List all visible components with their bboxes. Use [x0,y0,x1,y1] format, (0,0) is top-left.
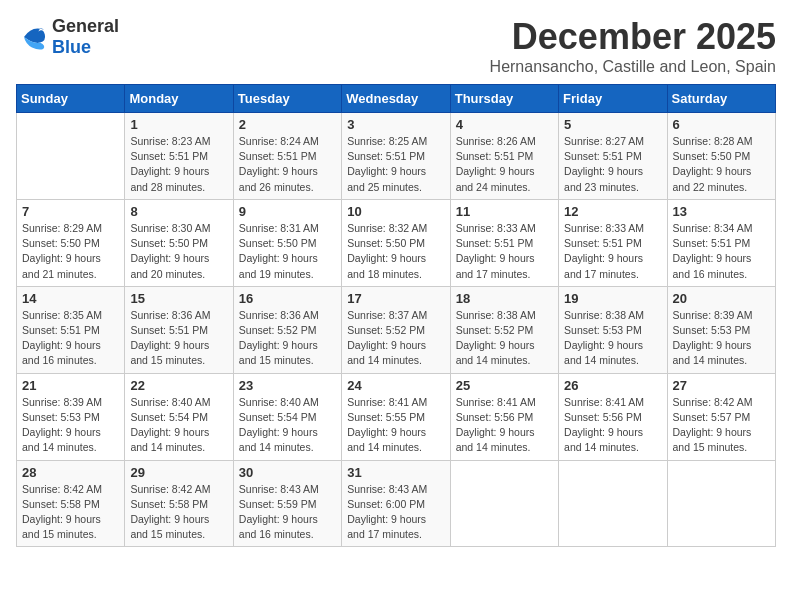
day-info: Sunrise: 8:43 AMSunset: 5:59 PMDaylight:… [239,482,336,543]
day-info: Sunrise: 8:41 AMSunset: 5:56 PMDaylight:… [456,395,553,456]
day-cell: 30Sunrise: 8:43 AMSunset: 5:59 PMDayligh… [233,460,341,547]
day-cell: 6Sunrise: 8:28 AMSunset: 5:50 PMDaylight… [667,113,775,200]
day-cell: 12Sunrise: 8:33 AMSunset: 5:51 PMDayligh… [559,199,667,286]
day-number: 19 [564,291,661,306]
day-number: 18 [456,291,553,306]
day-info: Sunrise: 8:41 AMSunset: 5:56 PMDaylight:… [564,395,661,456]
day-number: 26 [564,378,661,393]
day-cell: 19Sunrise: 8:38 AMSunset: 5:53 PMDayligh… [559,286,667,373]
day-number: 30 [239,465,336,480]
day-cell: 25Sunrise: 8:41 AMSunset: 5:56 PMDayligh… [450,373,558,460]
day-cell: 13Sunrise: 8:34 AMSunset: 5:51 PMDayligh… [667,199,775,286]
day-number: 11 [456,204,553,219]
day-info: Sunrise: 8:33 AMSunset: 5:51 PMDaylight:… [564,221,661,282]
day-info: Sunrise: 8:27 AMSunset: 5:51 PMDaylight:… [564,134,661,195]
day-cell [17,113,125,200]
day-info: Sunrise: 8:41 AMSunset: 5:55 PMDaylight:… [347,395,444,456]
calendar-header: SundayMondayTuesdayWednesdayThursdayFrid… [17,85,776,113]
header-cell-saturday: Saturday [667,85,775,113]
day-info: Sunrise: 8:31 AMSunset: 5:50 PMDaylight:… [239,221,336,282]
day-number: 8 [130,204,227,219]
week-row-1: 7Sunrise: 8:29 AMSunset: 5:50 PMDaylight… [17,199,776,286]
day-cell: 28Sunrise: 8:42 AMSunset: 5:58 PMDayligh… [17,460,125,547]
day-info: Sunrise: 8:35 AMSunset: 5:51 PMDaylight:… [22,308,119,369]
day-number: 23 [239,378,336,393]
day-number: 7 [22,204,119,219]
day-info: Sunrise: 8:24 AMSunset: 5:51 PMDaylight:… [239,134,336,195]
day-cell: 1Sunrise: 8:23 AMSunset: 5:51 PMDaylight… [125,113,233,200]
header-cell-sunday: Sunday [17,85,125,113]
location-title: Hernansancho, Castille and Leon, Spain [490,58,776,76]
day-info: Sunrise: 8:38 AMSunset: 5:52 PMDaylight:… [456,308,553,369]
day-number: 25 [456,378,553,393]
week-row-3: 21Sunrise: 8:39 AMSunset: 5:53 PMDayligh… [17,373,776,460]
day-number: 29 [130,465,227,480]
day-number: 15 [130,291,227,306]
day-info: Sunrise: 8:28 AMSunset: 5:50 PMDaylight:… [673,134,770,195]
day-info: Sunrise: 8:25 AMSunset: 5:51 PMDaylight:… [347,134,444,195]
day-cell: 7Sunrise: 8:29 AMSunset: 5:50 PMDaylight… [17,199,125,286]
day-info: Sunrise: 8:42 AMSunset: 5:57 PMDaylight:… [673,395,770,456]
day-number: 16 [239,291,336,306]
logo-icon [16,23,48,51]
day-cell: 26Sunrise: 8:41 AMSunset: 5:56 PMDayligh… [559,373,667,460]
day-cell [450,460,558,547]
day-number: 13 [673,204,770,219]
day-info: Sunrise: 8:42 AMSunset: 5:58 PMDaylight:… [130,482,227,543]
header-row: SundayMondayTuesdayWednesdayThursdayFrid… [17,85,776,113]
day-info: Sunrise: 8:39 AMSunset: 5:53 PMDaylight:… [22,395,119,456]
day-info: Sunrise: 8:43 AMSunset: 6:00 PMDaylight:… [347,482,444,543]
day-info: Sunrise: 8:29 AMSunset: 5:50 PMDaylight:… [22,221,119,282]
header-cell-friday: Friday [559,85,667,113]
day-cell: 3Sunrise: 8:25 AMSunset: 5:51 PMDaylight… [342,113,450,200]
day-cell: 8Sunrise: 8:30 AMSunset: 5:50 PMDaylight… [125,199,233,286]
day-cell: 21Sunrise: 8:39 AMSunset: 5:53 PMDayligh… [17,373,125,460]
day-cell: 31Sunrise: 8:43 AMSunset: 6:00 PMDayligh… [342,460,450,547]
logo-text: General Blue [52,16,119,58]
day-number: 20 [673,291,770,306]
day-number: 3 [347,117,444,132]
day-number: 10 [347,204,444,219]
day-info: Sunrise: 8:36 AMSunset: 5:52 PMDaylight:… [239,308,336,369]
calendar-table: SundayMondayTuesdayWednesdayThursdayFrid… [16,84,776,547]
day-info: Sunrise: 8:40 AMSunset: 5:54 PMDaylight:… [130,395,227,456]
day-number: 12 [564,204,661,219]
day-cell: 10Sunrise: 8:32 AMSunset: 5:50 PMDayligh… [342,199,450,286]
day-number: 6 [673,117,770,132]
day-info: Sunrise: 8:42 AMSunset: 5:58 PMDaylight:… [22,482,119,543]
day-info: Sunrise: 8:30 AMSunset: 5:50 PMDaylight:… [130,221,227,282]
day-info: Sunrise: 8:38 AMSunset: 5:53 PMDaylight:… [564,308,661,369]
day-cell: 9Sunrise: 8:31 AMSunset: 5:50 PMDaylight… [233,199,341,286]
month-title: December 2025 [490,16,776,58]
logo-blue: Blue [52,37,91,57]
day-info: Sunrise: 8:26 AMSunset: 5:51 PMDaylight:… [456,134,553,195]
day-number: 17 [347,291,444,306]
header-cell-thursday: Thursday [450,85,558,113]
header-cell-wednesday: Wednesday [342,85,450,113]
day-cell: 20Sunrise: 8:39 AMSunset: 5:53 PMDayligh… [667,286,775,373]
day-number: 31 [347,465,444,480]
day-cell: 16Sunrise: 8:36 AMSunset: 5:52 PMDayligh… [233,286,341,373]
day-info: Sunrise: 8:23 AMSunset: 5:51 PMDaylight:… [130,134,227,195]
day-cell: 14Sunrise: 8:35 AMSunset: 5:51 PMDayligh… [17,286,125,373]
day-number: 28 [22,465,119,480]
day-number: 4 [456,117,553,132]
day-cell: 17Sunrise: 8:37 AMSunset: 5:52 PMDayligh… [342,286,450,373]
day-cell: 11Sunrise: 8:33 AMSunset: 5:51 PMDayligh… [450,199,558,286]
day-cell: 22Sunrise: 8:40 AMSunset: 5:54 PMDayligh… [125,373,233,460]
day-cell: 4Sunrise: 8:26 AMSunset: 5:51 PMDaylight… [450,113,558,200]
day-cell: 18Sunrise: 8:38 AMSunset: 5:52 PMDayligh… [450,286,558,373]
week-row-0: 1Sunrise: 8:23 AMSunset: 5:51 PMDaylight… [17,113,776,200]
day-cell: 23Sunrise: 8:40 AMSunset: 5:54 PMDayligh… [233,373,341,460]
day-cell: 15Sunrise: 8:36 AMSunset: 5:51 PMDayligh… [125,286,233,373]
day-info: Sunrise: 8:39 AMSunset: 5:53 PMDaylight:… [673,308,770,369]
day-number: 21 [22,378,119,393]
day-number: 9 [239,204,336,219]
day-cell: 29Sunrise: 8:42 AMSunset: 5:58 PMDayligh… [125,460,233,547]
day-info: Sunrise: 8:36 AMSunset: 5:51 PMDaylight:… [130,308,227,369]
logo: General Blue [16,16,119,58]
day-info: Sunrise: 8:33 AMSunset: 5:51 PMDaylight:… [456,221,553,282]
day-info: Sunrise: 8:40 AMSunset: 5:54 PMDaylight:… [239,395,336,456]
day-cell: 24Sunrise: 8:41 AMSunset: 5:55 PMDayligh… [342,373,450,460]
day-number: 5 [564,117,661,132]
